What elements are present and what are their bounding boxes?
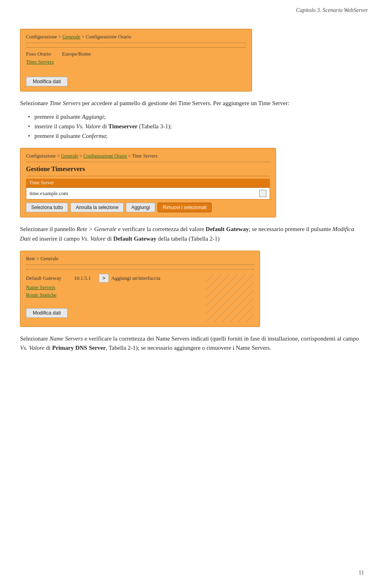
svg-line-7 xyxy=(222,290,254,322)
aggiungi-interfaccia-text: Aggiungi un'interfaccia xyxy=(111,275,160,281)
name-servers-link[interactable]: Name Servers xyxy=(26,284,202,291)
para-1: Selezionare Time Servers per accedere al… xyxy=(20,99,364,108)
svg-line-5 xyxy=(206,274,254,322)
gestione-timeservers-box: Configurazione > Generale > Configurazio… xyxy=(20,148,276,217)
annulla-selezione-btn[interactable]: Annulla la selezione xyxy=(70,203,124,212)
primary-dns-bold: Primary DNS Server xyxy=(52,345,106,351)
breadcrumb-3: Rete > Generale xyxy=(26,256,254,265)
table-row: time.example.com xyxy=(26,188,270,199)
modifica-dati-btn-3[interactable]: Modifica dati xyxy=(26,308,68,318)
svg-line-1 xyxy=(206,274,222,290)
modifica-dati-btn-1[interactable]: Modifica dati xyxy=(26,77,68,86)
breadcrumb-config-2: Configurazione > xyxy=(26,153,61,159)
chapter-title: Capitolo 3. Scenario WebServer xyxy=(296,7,368,13)
svg-line-10 xyxy=(246,314,254,322)
svg-line-4 xyxy=(206,274,246,314)
bullet-2: inserire il campo Vs. Valore di Timeserv… xyxy=(28,122,364,131)
breadcrumb-1: Configurazione > Generale > Configurazio… xyxy=(26,34,246,43)
bullet-3: premere il pulsante Conferma; xyxy=(28,131,364,141)
page-number: 11 xyxy=(359,570,364,576)
breadcrumb-generale-link[interactable]: Generale xyxy=(62,34,80,40)
gestione-title: Gestione Timeservers xyxy=(26,165,270,173)
breadcrumb-2: Configurazione > Generale > Configurazio… xyxy=(26,153,270,162)
page-header: Capitolo 3. Scenario WebServer xyxy=(0,0,384,14)
svg-line-9 xyxy=(238,306,254,322)
breadcrumb-config-orario-link[interactable]: Configurazione Orario xyxy=(84,153,127,159)
conferma-italic: Conferma xyxy=(82,133,106,139)
bullet-1: premere il pulsante Aggiungi; xyxy=(28,112,364,122)
table-body: time.example.com xyxy=(26,187,270,199)
aggiungi-italic: Aggiungi xyxy=(82,114,104,120)
breadcrumb-sep2: > xyxy=(78,153,84,159)
breadcrumb-generale-link-2[interactable]: Generale xyxy=(61,153,78,159)
time-servers-link[interactable]: Time Servers xyxy=(26,59,246,65)
svg-line-0 xyxy=(206,274,214,282)
breadcrumb-config-orario: > Configurazione Orario xyxy=(80,34,131,40)
seleziona-tutto-btn[interactable]: Seleziona tutto xyxy=(26,203,68,212)
time-servers-italic: Time Servers xyxy=(50,100,81,106)
default-gateway-value: 10.1.5.1 xyxy=(74,275,91,281)
name-servers-italic: Name Servers xyxy=(50,335,83,342)
para-3: Selezionare Name Servers e verificare la… xyxy=(20,334,364,353)
para-2: Selezionare il pannello Rete > Generale … xyxy=(20,225,364,243)
bullet-list-1: premere il pulsante Aggiungi; inserire i… xyxy=(20,112,364,141)
rete-generale-box: Rete > Generale Default Gateway 10.1.5.1… xyxy=(20,251,260,327)
table-checkbox[interactable] xyxy=(259,190,266,197)
diagonal-svg xyxy=(206,274,254,322)
aggiungi-area: > Aggiungi un'interfaccia xyxy=(99,274,160,283)
vs-valore-italic: Vs. Valore xyxy=(76,123,101,130)
aggiungi-btn[interactable]: Aggiungi xyxy=(126,203,155,212)
diagonal-decoration xyxy=(206,274,254,322)
default-gateway-bold-1: Default Gateway xyxy=(206,226,249,232)
rete-left: Default Gateway 10.1.5.1 > Aggiungi un'i… xyxy=(26,274,202,322)
table-cell-value: time.example.com xyxy=(30,190,259,197)
route-statiche-link[interactable]: Route Statiche xyxy=(26,292,202,298)
fuso-orario-row: Fuso Orario Europe/Rome xyxy=(26,51,246,57)
table-header: Time Server xyxy=(26,179,270,187)
breadcrumb-config: Configurazione > xyxy=(26,34,62,40)
vs-valore-italic-3: Vs. Valore xyxy=(20,345,44,351)
default-gateway-label: Default Gateway xyxy=(26,275,74,281)
rete-generale-breadcrumb: Rete > Generale xyxy=(26,256,58,261)
rimuovi-selezionati-btn[interactable]: Rimuovi i selezionati xyxy=(158,203,212,212)
default-gateway-row: Default Gateway 10.1.5.1 > Aggiungi un'i… xyxy=(26,274,202,283)
default-gateway-bold-2: Default Gateway xyxy=(113,235,156,242)
timeserver-bold: Timeserver xyxy=(108,123,138,130)
vs-valore-italic-2: Vs. Valore xyxy=(81,235,106,242)
fuso-orario-label: Fuso Orario xyxy=(26,51,62,57)
modifica-dati-italic: Modifica Dati xyxy=(20,226,354,241)
svg-line-6 xyxy=(214,282,254,322)
btn-bar: Seleziona tutto Annulla la selezione Agg… xyxy=(26,203,270,212)
rete-generale-italic: Rete > Generale xyxy=(76,226,116,232)
svg-line-3 xyxy=(206,274,238,306)
breadcrumb-timeservers: > Time Servers xyxy=(127,153,157,159)
arrow-btn[interactable]: > xyxy=(99,274,109,283)
rete-inner: Default Gateway 10.1.5.1 > Aggiungi un'i… xyxy=(26,274,254,322)
config-orario-box: Configurazione > Generale > Configurazio… xyxy=(20,29,252,92)
fuso-orario-value: Europe/Rome xyxy=(62,51,91,57)
